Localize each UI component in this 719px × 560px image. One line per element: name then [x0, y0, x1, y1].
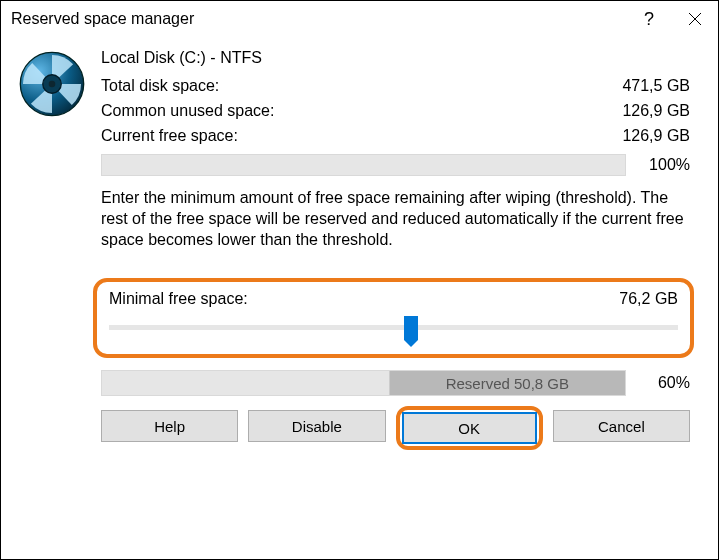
row-total-disk-space: Total disk space: 471,5 GB [101, 77, 690, 95]
free-space-progress-bar [101, 154, 626, 176]
disk-label: Local Disk (C:) - NTFS [101, 49, 690, 67]
slider-value: 76,2 GB [619, 290, 678, 308]
row-current-free-space: Current free space: 126,9 GB [101, 127, 690, 145]
content-column: Local Disk (C:) - NTFS Total disk space:… [101, 37, 718, 559]
dialog-title: Reserved space manager [11, 10, 626, 28]
free-label: Current free space: [101, 127, 238, 145]
slider-header: Minimal free space: 76,2 GB [109, 290, 678, 308]
free-value: 126,9 GB [622, 127, 690, 145]
disable-button[interactable]: Disable [248, 410, 385, 442]
row-common-unused-space: Common unused space: 126,9 GB [101, 102, 690, 120]
description-text: Enter the minimum amount of free space r… [101, 188, 690, 250]
slider-label: Minimal free space: [109, 290, 248, 308]
reserved-row: Reserved 50,8 GB 60% [101, 370, 690, 396]
question-icon: ? [644, 9, 654, 30]
dialog-window: Reserved space manager ? [0, 0, 719, 560]
title-bar: Reserved space manager ? [1, 1, 718, 37]
ok-highlight-box: OK [396, 406, 543, 450]
close-icon [688, 12, 702, 26]
slider-highlight-box: Minimal free space: 76,2 GB [93, 278, 694, 358]
unused-label: Common unused space: [101, 102, 274, 120]
reserved-label: Reserved 50,8 GB [446, 375, 569, 392]
slider-thumb[interactable] [404, 316, 418, 340]
reserved-bar: Reserved 50,8 GB [101, 370, 626, 396]
reserved-bar-fill: Reserved 50,8 GB [390, 371, 625, 395]
unused-value: 126,9 GB [622, 102, 690, 120]
reserved-pct: 60% [626, 374, 690, 392]
slider-track [109, 325, 678, 330]
help-button-bottom[interactable]: Help [101, 410, 238, 442]
reserved-bar-empty [102, 371, 390, 395]
button-row: Help Disable OK Cancel [101, 410, 690, 446]
ok-button[interactable]: OK [402, 412, 537, 444]
close-button[interactable] [672, 1, 718, 37]
free-space-pct: 100% [626, 156, 690, 174]
dialog-body: Local Disk (C:) - NTFS Total disk space:… [1, 37, 718, 559]
disk-icon [19, 51, 85, 117]
minimal-free-space-slider[interactable] [109, 316, 678, 340]
help-button[interactable]: ? [626, 1, 672, 37]
total-label: Total disk space: [101, 77, 219, 95]
total-value: 471,5 GB [622, 77, 690, 95]
free-space-progress-row: 100% [101, 154, 690, 176]
cancel-button[interactable]: Cancel [553, 410, 690, 442]
svg-point-4 [49, 81, 56, 88]
icon-column [1, 37, 101, 559]
